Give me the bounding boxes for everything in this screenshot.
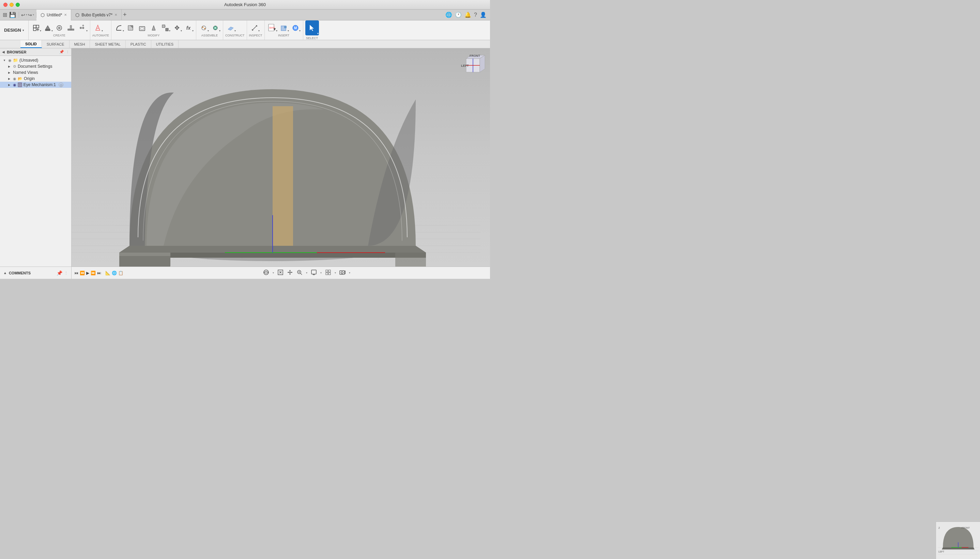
grid-button[interactable]	[325, 269, 331, 277]
tab-bubo[interactable]: ⬡ Bubo Eyelids v7* ✕	[71, 10, 122, 20]
comments-toggle-icon[interactable]: ▲	[3, 271, 7, 275]
create-caret-icon: ▾	[40, 29, 41, 32]
browser-item-named-views[interactable]: ▶ Named Views	[0, 69, 71, 76]
svg-line-76	[300, 273, 302, 275]
tab-untitled-label: Untitled*	[47, 13, 62, 17]
timeline-first-button[interactable]: ⏮	[74, 271, 78, 275]
inspect-tools-row: ▾	[249, 23, 262, 33]
draft-button[interactable]	[148, 23, 159, 33]
eye-mechanism-expand-icon[interactable]: ▶	[7, 83, 12, 87]
rib-button[interactable]	[65, 23, 76, 33]
pattern-button[interactable]: ▾	[77, 23, 88, 33]
eye-mechanism-target-icon[interactable]: ◎	[59, 83, 63, 87]
browser-item-eye-mechanism[interactable]: ▶ ◉ □ Eye Mechanism:1 ◎	[0, 82, 71, 88]
shell-button[interactable]	[137, 23, 148, 33]
tab-solid[interactable]: SOLID	[20, 40, 42, 48]
camera-button[interactable]	[339, 269, 345, 277]
viewport[interactable]: LEFT FRONT	[71, 48, 490, 266]
named-views-expand-icon[interactable]: ▶	[7, 70, 12, 75]
tab-plastic[interactable]: PLASTIC	[126, 40, 151, 48]
plane-button[interactable]: ▾	[225, 23, 236, 33]
new-component-button[interactable]: ▾	[31, 23, 41, 33]
comments-pin-button[interactable]: 📌	[56, 270, 62, 276]
tab-sheet-metal[interactable]: SHEET METAL	[90, 40, 125, 48]
browser-item-root[interactable]: ▼ ◉ 📁 (Unsaved)	[0, 57, 71, 63]
help-browser-button[interactable]: 🌐	[445, 12, 452, 18]
tab-untitled-close[interactable]: ✕	[64, 13, 67, 17]
scale-button[interactable]: ▾	[160, 23, 171, 33]
browser-item-origin[interactable]: ▶ ◉ 📂 Origin	[0, 76, 71, 82]
move-button[interactable]: ✥ ▾	[171, 23, 182, 33]
view-cube[interactable]: LEFT FRONT	[459, 52, 487, 79]
undo-button[interactable]: ↩	[21, 12, 25, 18]
close-button[interactable]	[3, 3, 8, 7]
browser-resize-icon[interactable]: ⋮	[66, 50, 69, 54]
assemble-label: ASSEMBLE	[198, 33, 221, 37]
minimize-button[interactable]	[10, 3, 13, 7]
doc-settings-expand-icon[interactable]: ▶	[7, 64, 12, 69]
user-button[interactable]: 👤	[480, 12, 487, 18]
root-eye-icon[interactable]: ◉	[8, 58, 12, 63]
timeline-view1-button[interactable]: 📐	[105, 271, 110, 275]
insert3-button[interactable]: M ▾	[290, 23, 301, 33]
display-button[interactable]	[311, 269, 317, 277]
redo-button[interactable]: ↪	[28, 12, 32, 18]
design-dropdown[interactable]: DESIGN ▾	[0, 20, 29, 40]
notification-button[interactable]: 🔔	[464, 12, 471, 18]
file-button[interactable]: 💾	[9, 12, 16, 18]
origin-eye-icon[interactable]: ◉	[13, 77, 17, 81]
fit-button[interactable]	[277, 269, 284, 277]
chamfer-button[interactable]	[125, 23, 136, 33]
comments-resize-icon[interactable]: ⋮	[65, 271, 68, 275]
tab-surface[interactable]: SURFACE	[42, 40, 70, 48]
insert1-button[interactable]: SVG ▾	[267, 23, 278, 33]
zoom-button[interactable]	[297, 269, 303, 277]
hole-button[interactable]	[54, 23, 65, 33]
svg-rect-18	[139, 26, 145, 31]
app-grid-button[interactable]: ⊞	[3, 12, 7, 18]
svg-marker-20	[152, 26, 155, 30]
svg-marker-28	[228, 27, 234, 30]
tab-utilities[interactable]: UTILITIES	[151, 40, 179, 48]
tab-mesh[interactable]: MESH	[70, 40, 90, 48]
fx-button[interactable]: fx ▾	[183, 23, 194, 33]
automate1-button[interactable]: ▾	[92, 23, 103, 33]
browser-collapse-icon[interactable]: ◀	[2, 50, 5, 54]
tab-untitled[interactable]: ⬡ Untitled* ✕	[36, 10, 71, 20]
orbit-button[interactable]	[263, 269, 269, 277]
timeline-next-button[interactable]: ⏩	[91, 271, 96, 275]
browser-item-doc-settings[interactable]: ▶ ⚙ Document Settings	[0, 63, 71, 69]
fillet-button[interactable]: ▾	[113, 23, 124, 33]
tab-bubo-close[interactable]: ✕	[114, 13, 117, 17]
timeline-last-button[interactable]: ⏭	[97, 271, 101, 275]
select-button[interactable]: ▾	[305, 20, 319, 35]
inspect-label: INSPECT	[249, 33, 262, 37]
timeline-play-button[interactable]: ▶	[86, 271, 89, 275]
extrude-button[interactable]: ▾	[42, 23, 53, 33]
pan-button[interactable]	[287, 269, 293, 277]
insert2-button[interactable]: ▾	[279, 23, 289, 33]
browser-pin-button[interactable]: 📌	[59, 50, 64, 54]
svg-point-42	[90, 185, 472, 239]
origin-expand-icon[interactable]: ▶	[7, 76, 12, 81]
eye-mechanism-eye-icon[interactable]: ◉	[13, 83, 17, 87]
measure-button[interactable]: ▾	[249, 23, 260, 33]
svg-marker-72	[289, 274, 291, 275]
root-folder-icon: 📁	[13, 58, 18, 63]
motion-button[interactable]: ▾	[210, 23, 221, 33]
new-tab-button[interactable]: +	[123, 11, 127, 18]
automate-tools-row: ▾	[92, 23, 109, 33]
help-button[interactable]: ?	[474, 12, 477, 18]
svg-rect-2	[33, 28, 36, 31]
joint-button[interactable]: ▾	[198, 23, 209, 33]
viewport-bottom-tools: ▾ ▾ ▾ ▾ ▾	[123, 269, 490, 277]
timeline-view2-button[interactable]: 🌐	[112, 271, 117, 275]
timeline-prev-button[interactable]: ⏪	[80, 271, 85, 275]
timeline-view3-button[interactable]: 📋	[118, 271, 123, 275]
clock-button[interactable]: 🕐	[455, 12, 462, 18]
origin-label: Origin	[24, 76, 35, 81]
svg-text:LEFT: LEFT	[461, 64, 469, 68]
maximize-button[interactable]	[16, 3, 20, 7]
root-collapse-icon[interactable]: ▼	[2, 58, 7, 63]
timeline-view-icons: 📐 🌐 📋	[104, 271, 123, 275]
